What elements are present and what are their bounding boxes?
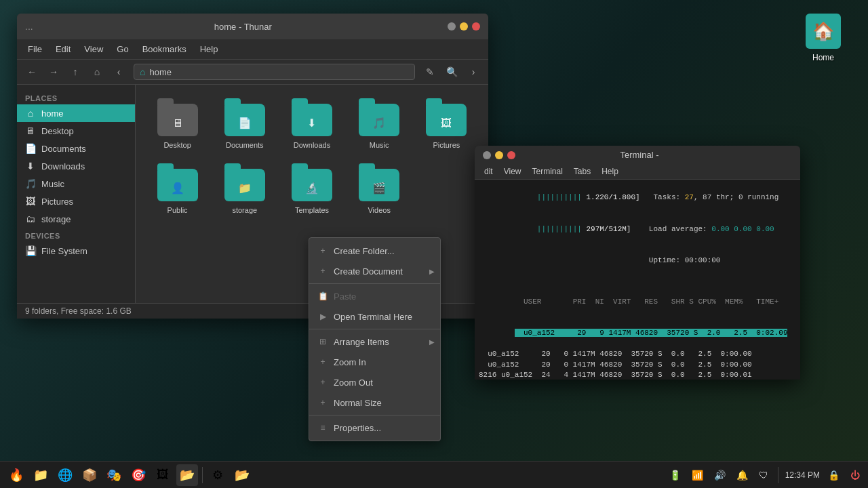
cm-sep-1 — [309, 283, 440, 284]
taskbar-icon-1[interactable]: 🔥 — [5, 464, 27, 486]
address-bar[interactable]: ⌂ home — [134, 64, 415, 80]
search-button[interactable]: 🔍 — [442, 62, 461, 81]
create-document-icon: + — [317, 266, 328, 277]
taskbar-icon-7[interactable]: 🖼 — [152, 464, 174, 486]
documents-sidebar-icon: 📄 — [25, 143, 36, 154]
back-button[interactable]: ← — [22, 62, 41, 81]
taskbar-shield-icon[interactable]: 🛡 — [756, 467, 771, 483]
terminal-menu-view[interactable]: View — [500, 165, 526, 178]
file-item-videos[interactable]: 🎬 Videos — [349, 161, 410, 220]
terminal-proc-2: u0_a152 20 0 1417M 46820 35720 S 0.0 2.5… — [479, 349, 796, 359]
desktop-home-icon[interactable]: 🏠 Home — [806, 14, 841, 62]
create-document-arrow: ▶ — [429, 268, 435, 275]
cm-zoom-out[interactable]: + Zoom Out — [309, 372, 440, 392]
sidebar-item-desktop[interactable]: 🖥 Desktop — [17, 122, 135, 140]
menu-file[interactable]: File — [22, 42, 47, 56]
downloads-file-icon: ⬇ — [307, 117, 316, 129]
file-item-downloads[interactable]: ⬇ Downloads — [281, 96, 342, 155]
sidebar-item-filesystem[interactable]: 💾 File System — [17, 242, 135, 260]
paste-icon: 📋 — [317, 291, 328, 302]
terminal-maximize-button[interactable] — [495, 151, 503, 159]
cm-normal-size-label: Normal Size — [334, 398, 382, 408]
taskbar-battery-icon[interactable]: 🔋 — [667, 467, 684, 483]
sidebar-item-pictures-label: Pictures — [41, 197, 73, 207]
sidebar-item-music[interactable]: 🎵 Music — [17, 175, 135, 192]
terminal-window: Terminal - dit View Terminal Tabs Help |… — [475, 146, 800, 380]
sidebar-item-home[interactable]: ⌂ home — [17, 104, 135, 122]
taskbar-icon-6[interactable]: 🎯 — [127, 464, 149, 486]
file-item-documents[interactable]: 📄 Documents — [214, 96, 275, 155]
file-item-public[interactable]: 👤 Public — [146, 161, 208, 220]
menu-view[interactable]: View — [79, 42, 108, 56]
sidebar-item-downloads-label: Downloads — [41, 161, 85, 171]
home-sidebar-icon: ⌂ — [25, 108, 36, 119]
cm-sep-3 — [309, 415, 440, 415]
taskbar-power-icon[interactable]: ⏻ — [848, 467, 863, 483]
terminal-menubar: dit View Terminal Tabs Help — [475, 164, 800, 180]
cm-normal-size[interactable]: + Normal Size — [309, 392, 440, 413]
taskbar-notification-icon[interactable]: 🔔 — [734, 467, 751, 483]
taskbar-icon-4[interactable]: 📦 — [79, 464, 100, 486]
sidebar-item-storage[interactable]: 🗂 storage — [17, 210, 135, 228]
taskbar-network-icon[interactable]: 📶 — [689, 467, 706, 483]
edit-path-button[interactable]: ✎ — [420, 62, 439, 81]
taskbar-icon-10[interactable]: 📂 — [231, 464, 253, 486]
terminal-menu-help[interactable]: Help — [597, 165, 623, 178]
arrange-items-arrow: ▶ — [429, 338, 435, 346]
taskbar-icon-5[interactable]: 🎭 — [103, 464, 125, 486]
properties-icon: ≡ — [317, 422, 328, 433]
context-menu: + Create Folder... + Create Document ▶ 📋… — [309, 237, 441, 441]
terminal-body[interactable]: |||||||||| 1.22G/1.80G] Tasks: 27, 87 th… — [475, 180, 800, 380]
menu-edit[interactable]: Edit — [50, 42, 76, 56]
minimize-button[interactable] — [448, 22, 456, 30]
address-text: home — [149, 67, 172, 77]
maximize-button[interactable] — [460, 22, 468, 30]
cm-properties[interactable]: ≡ Properties... — [309, 418, 440, 438]
close-button[interactable] — [472, 22, 480, 30]
cm-create-document[interactable]: + Create Document ▶ — [309, 261, 440, 281]
taskbar-icon-8[interactable]: 📂 — [176, 464, 198, 486]
templates-file-icon: 🔬 — [305, 182, 319, 195]
sidebar-item-documents[interactable]: 📄 Documents — [17, 140, 135, 157]
terminal-menu-terminal[interactable]: Terminal — [528, 165, 566, 178]
menu-bookmarks[interactable]: Bookmarks — [137, 42, 192, 56]
file-item-templates[interactable]: 🔬 Templates — [281, 161, 342, 220]
terminal-minimize-button[interactable] — [483, 151, 491, 159]
music-sidebar-icon: 🎵 — [25, 178, 36, 189]
taskbar-lock-icon[interactable]: 🔒 — [825, 467, 842, 483]
menu-go[interactable]: Go — [111, 42, 134, 56]
prev-button[interactable]: ‹ — [109, 62, 128, 81]
taskbar-separator-1 — [202, 467, 203, 483]
videos-file-icon: 🎬 — [372, 182, 386, 195]
terminal-menu-tabs[interactable]: Tabs — [570, 165, 595, 178]
up-button[interactable]: ↑ — [66, 62, 85, 81]
taskbar-icon-3[interactable]: 🌐 — [54, 464, 76, 486]
file-item-storage[interactable]: 📁 storage — [214, 161, 275, 220]
cm-paste[interactable]: 📋 Paste — [309, 286, 440, 306]
file-label-desktop: Desktop — [163, 140, 191, 150]
desktop: 🏠 Home ... home - Thunar File Edit View … — [0, 0, 868, 488]
cm-zoom-in[interactable]: + Zoom In — [309, 352, 440, 372]
forward-button[interactable]: → — [44, 62, 63, 81]
file-item-music[interactable]: 🎵 Music — [349, 96, 410, 155]
terminal-close-button[interactable] — [507, 151, 515, 159]
taskbar-icon-9[interactable]: ⚙ — [207, 464, 229, 486]
file-item-pictures[interactable]: 🖼 Pictures — [416, 96, 477, 155]
next-button[interactable]: › — [464, 62, 483, 81]
home-button[interactable]: ⌂ — [87, 62, 106, 81]
cm-create-folder[interactable]: + Create Folder... — [309, 241, 440, 261]
file-item-desktop[interactable]: 🖥 Desktop — [146, 96, 208, 155]
sidebar-item-downloads[interactable]: ⬇ Downloads — [17, 157, 135, 175]
taskbar-icon-2[interactable]: 📁 — [30, 464, 52, 486]
cm-open-terminal[interactable]: ▶ Open Terminal Here — [309, 306, 440, 327]
terminal-menu-edit[interactable]: dit — [480, 165, 497, 178]
sidebar-item-pictures[interactable]: 🖼 Pictures — [17, 192, 135, 210]
taskbar-volume-icon[interactable]: 🔊 — [711, 467, 728, 483]
terminal-titlebar: Terminal - — [475, 146, 800, 164]
cm-open-terminal-label: Open Terminal Here — [334, 312, 412, 322]
file-label-public: Public — [167, 205, 188, 215]
file-label-downloads: Downloads — [294, 140, 330, 150]
cm-arrange-items[interactable]: ⊞ Arrange Items ▶ — [309, 331, 440, 352]
menu-help[interactable]: Help — [195, 42, 224, 56]
cm-paste-label: Paste — [334, 291, 356, 302]
